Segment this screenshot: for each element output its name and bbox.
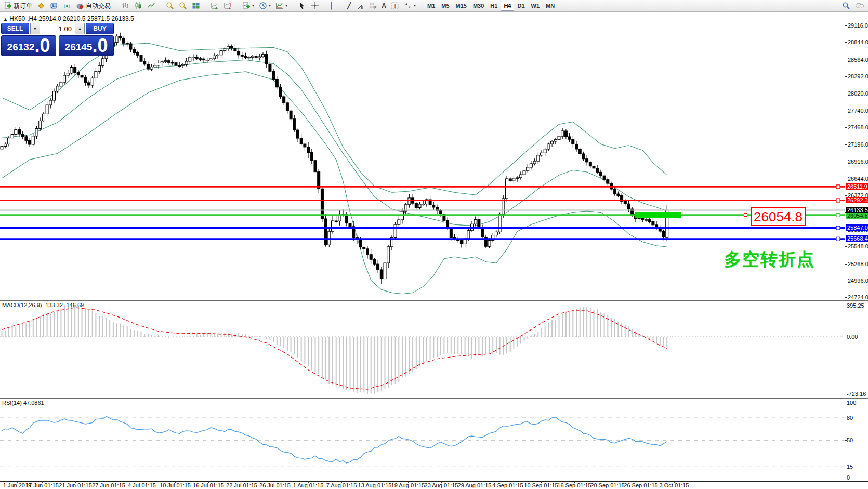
line-chart-button[interactable] [145, 0, 157, 11]
toolbar-grip[interactable] [291, 2, 294, 10]
styles-button[interactable] [35, 0, 47, 11]
macd-pane[interactable] [0, 301, 845, 398]
highlight-rectangle[interactable] [635, 212, 681, 218]
candle-body [1, 147, 3, 149]
main-chart-pane[interactable] [0, 12, 845, 300]
zoom-out-button[interactable] [177, 0, 189, 11]
templates-button[interactable]: ▾ [273, 0, 290, 11]
autotrade-button[interactable]: 自动交易 [74, 0, 113, 11]
hline-handle[interactable] [836, 226, 840, 230]
volume-up-button[interactable]: ▲ [75, 23, 84, 34]
toolbar-grip[interactable] [323, 2, 326, 10]
candle-body [244, 56, 247, 57]
hline-handle[interactable] [836, 199, 840, 202]
price-axis-tick [845, 264, 847, 265]
timeframe-button-m1[interactable]: M1 [424, 1, 438, 11]
price-axis-label: 24996.0 [848, 277, 868, 284]
fibonacci-icon: F [369, 2, 377, 10]
candle-body [398, 220, 400, 224]
candle-body [126, 43, 128, 44]
sell-price-box[interactable]: 26132 .0 [1, 35, 56, 56]
chart-shift-button[interactable] [221, 0, 234, 11]
candles-icon [134, 2, 142, 10]
bar-chart-button[interactable] [119, 0, 131, 11]
price-axis-tick [845, 76, 847, 77]
candle-body [408, 198, 411, 205]
timeframe-button-h4[interactable]: H4 [501, 1, 514, 11]
text-label-button[interactable]: T [389, 0, 401, 11]
hline-handle[interactable] [836, 185, 840, 189]
signal-button[interactable] [61, 0, 73, 11]
candle-body [345, 215, 348, 223]
candle-body [213, 56, 216, 59]
trendline-button[interactable]: ╱ [345, 0, 353, 11]
text-button[interactable]: A [379, 0, 388, 11]
zoom-in-button[interactable] [164, 0, 176, 11]
candle-body [53, 91, 56, 100]
candle-body [554, 140, 557, 141]
tile-windows-button[interactable] [190, 0, 202, 11]
vertical-line-button[interactable]: │ [327, 0, 336, 11]
candle-body [564, 131, 567, 137]
candle-body [599, 172, 602, 176]
equidistant-channel-button[interactable]: E [353, 0, 366, 11]
volume-down-button[interactable]: ▼ [31, 23, 40, 34]
buy-button[interactable]: BUY [86, 23, 114, 34]
buy-price-box[interactable]: 26145 .0 [59, 35, 114, 56]
periods-button[interactable]: ▾ [257, 0, 273, 11]
market-watch-button[interactable] [48, 0, 60, 11]
candle-body [488, 241, 491, 247]
new-order-button[interactable]: 新订单 [2, 0, 34, 11]
date-axis-label: 19 Aug 01:15 [391, 482, 425, 488]
pane-divider-macd[interactable] [0, 300, 868, 301]
candle-body [178, 65, 181, 67]
price-box-anchor-handle[interactable] [744, 213, 747, 217]
timeframe-button-mn[interactable]: MN [543, 1, 558, 11]
candle-body [255, 56, 257, 58]
timeframe-button-w1[interactable]: W1 [528, 1, 543, 11]
toolbar-grip[interactable] [419, 2, 423, 10]
hline-handle[interactable] [836, 213, 840, 217]
date-axis-label: 4 Jul 01:15 [128, 482, 156, 488]
crosshair-button[interactable] [309, 0, 321, 11]
toolbar-grip[interactable] [159, 2, 162, 10]
cursor-button[interactable] [296, 0, 308, 11]
timeframe-button-m15[interactable]: M15 [453, 1, 470, 11]
timeframe-button-h1[interactable]: H1 [487, 1, 501, 11]
toolbar-grip[interactable] [114, 2, 117, 10]
price-annotation-box[interactable]: 26054.8 [751, 207, 806, 226]
price-axis-label: 28564.0 [848, 57, 868, 63]
candle-body [652, 221, 654, 224]
indicators-button[interactable]: ▾ [240, 0, 256, 11]
toolbar-grip[interactable] [235, 2, 239, 10]
candle-body [181, 64, 184, 65]
horizontal-line-button[interactable]: ─ [336, 0, 345, 11]
candle-body [415, 203, 417, 207]
hline-handle[interactable] [836, 237, 840, 241]
auto-scroll-button[interactable] [208, 0, 221, 11]
candle-body [516, 178, 519, 179]
search-button[interactable] [840, 0, 852, 11]
candle-body [136, 53, 139, 56]
toolbar-grip[interactable] [204, 2, 207, 10]
macd-axis-label: 395.25 [847, 302, 864, 309]
cn-annotation-text[interactable]: 多空转折点 [724, 248, 815, 271]
chart-shift-icon [223, 2, 232, 10]
arrows-button[interactable]: ▾ [402, 0, 418, 11]
svg-text:E: E [361, 6, 363, 9]
candle-body [223, 49, 226, 51]
timeframe-button-m5[interactable]: M5 [438, 1, 452, 11]
price-axis-label: 27740.0 [848, 108, 868, 114]
rsi-pane[interactable] [0, 399, 845, 481]
fibonacci-button[interactable]: F [366, 0, 379, 11]
sell-button[interactable]: SELL [1, 23, 29, 34]
timeframe-button-d1[interactable]: D1 [514, 1, 528, 11]
date-axis-label: 23 Aug 01:15 [425, 482, 458, 488]
candle-body [460, 241, 463, 244]
candlestick-button[interactable] [132, 0, 144, 11]
chat-button[interactable] [853, 0, 866, 11]
timeframe-button-m30[interactable]: M30 [470, 1, 487, 11]
date-axis-label: 22 Jul 01:15 [226, 482, 257, 488]
volume-input[interactable]: 1.00 [40, 23, 75, 34]
pane-divider-rsi[interactable] [0, 398, 868, 399]
